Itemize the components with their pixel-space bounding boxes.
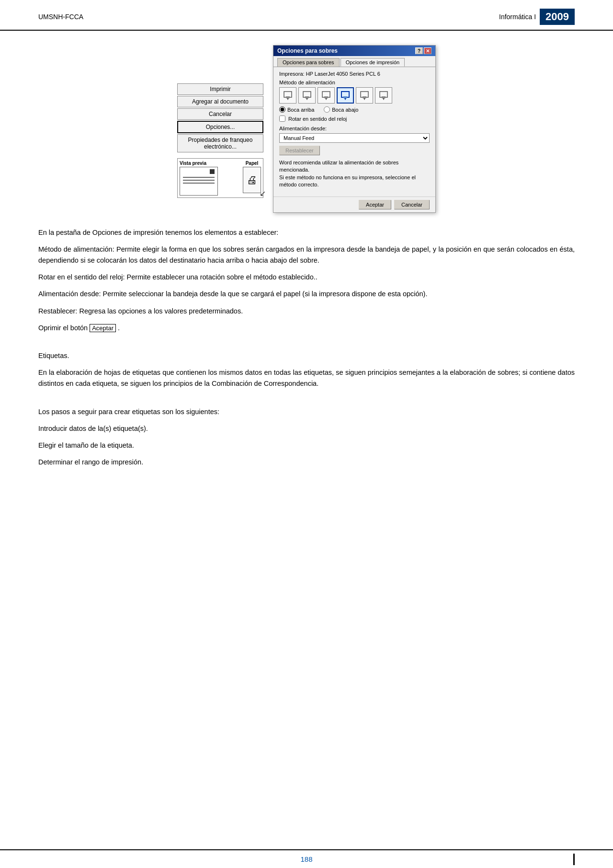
para1: En la pestaña de Opciones de impresión t… bbox=[38, 227, 575, 238]
para11: Determinar el rango de impresión. bbox=[38, 457, 575, 468]
preview-line3 bbox=[183, 183, 215, 184]
close-button[interactable]: ✕ bbox=[424, 47, 431, 54]
preview-section: Vista previa Papel bbox=[177, 158, 263, 198]
cancelar-button[interactable]: Cancelar bbox=[394, 200, 430, 209]
page-number: 188 bbox=[300, 855, 312, 863]
dialog-area: Imprimir Agregar al documento Cancelar O… bbox=[38, 45, 575, 213]
page: UMSNH-FCCA Informática I 2009 Imprimir A… bbox=[0, 0, 613, 868]
svg-marker-5 bbox=[306, 98, 308, 100]
printer-row: Impresora: HP LaserJet 4050 Series PCL 6 bbox=[279, 71, 430, 77]
svg-rect-7 bbox=[324, 96, 328, 98]
preview-line1 bbox=[183, 177, 215, 178]
para5: Restablecer: Regresa las opciones a los … bbox=[38, 306, 575, 317]
feed-icon-5[interactable] bbox=[356, 87, 373, 104]
para6-suffix: . bbox=[118, 324, 120, 332]
paper-wrapper: 🖨 ↙ bbox=[243, 167, 261, 193]
feed-method-label: Método de alimentación bbox=[279, 80, 430, 85]
header-year: 2009 bbox=[540, 9, 575, 25]
svg-rect-4 bbox=[305, 96, 309, 98]
para6-prefix: Oprimir el botón bbox=[38, 324, 88, 332]
para4: Alimentación desde: Permite seleccionar … bbox=[38, 289, 575, 300]
titlebar-controls: ? ✕ bbox=[415, 47, 431, 54]
feed-icon-4[interactable] bbox=[337, 87, 354, 104]
svg-marker-2 bbox=[287, 98, 289, 100]
radio-boca-arriba-label: Boca arriba bbox=[287, 107, 314, 113]
svg-rect-1 bbox=[286, 96, 290, 98]
header-subject: Informática I bbox=[499, 13, 536, 21]
para6: Oprimir el botón Aceptar . bbox=[38, 323, 575, 334]
para8: Los pasos a seguir para crear etiquetas … bbox=[38, 406, 575, 417]
tab-opciones-sobres[interactable]: Opciones para sobres bbox=[277, 58, 340, 67]
feed-icon-6[interactable] bbox=[375, 87, 392, 104]
content-area: Imprimir Agregar al documento Cancelar O… bbox=[0, 45, 613, 468]
info-text-content: Word recomienda utilizar la alimentación… bbox=[279, 160, 416, 187]
agregar-button[interactable]: Agregar al documento bbox=[177, 96, 263, 107]
paper-column: Papel 🖨 ↙ bbox=[243, 161, 261, 196]
feed-from-select[interactable]: Manual Feed bbox=[279, 133, 430, 143]
radio-boca-arriba-input[interactable] bbox=[279, 106, 285, 113]
radio-boca-abajo-label: Boca abajo bbox=[332, 107, 358, 113]
para10: Elegir el tamaño de la etiqueta. bbox=[38, 440, 575, 451]
paper-label: Papel bbox=[246, 161, 259, 166]
preview-lines bbox=[183, 177, 215, 184]
radio-row: Boca arriba Boca abajo bbox=[279, 106, 430, 113]
para7: En la elaboración de hojas de etiquetas … bbox=[38, 367, 575, 389]
feed-icon-1[interactable] bbox=[279, 87, 296, 104]
para2: Método de alimentación: Permite elegir l… bbox=[38, 244, 575, 266]
preview-column: Vista previa bbox=[180, 161, 241, 196]
page-footer: 188 bbox=[0, 849, 613, 868]
dialog-title: Opciones para sobres bbox=[277, 47, 338, 54]
para9: Introducir datos de la(s) etiqueta(s). bbox=[38, 423, 575, 434]
svg-rect-13 bbox=[363, 96, 366, 98]
preview-line2 bbox=[183, 180, 215, 181]
cursor-icon: ↙ bbox=[260, 189, 266, 198]
restablecer-button[interactable]: Restablecer bbox=[279, 146, 320, 155]
dialog-titlebar: Opciones para sobres ? ✕ bbox=[273, 46, 435, 56]
svg-rect-10 bbox=[343, 96, 347, 98]
opciones-button[interactable]: Opciones... bbox=[177, 121, 263, 133]
preview-mark bbox=[210, 169, 215, 174]
text-content: En la pestaña de Opciones de impresión t… bbox=[38, 227, 575, 468]
aceptar-inline-btn: Aceptar bbox=[90, 324, 116, 332]
cancelar-left-button[interactable]: Cancelar bbox=[177, 108, 263, 120]
imprimir-button[interactable]: Imprimir bbox=[177, 83, 263, 95]
svg-marker-14 bbox=[363, 98, 365, 100]
feed-from-dropdown-row: Manual Feed bbox=[279, 133, 430, 143]
svg-marker-17 bbox=[383, 98, 385, 100]
footer-right-bar bbox=[573, 854, 575, 865]
feed-from-label: Alimentación desde: bbox=[279, 126, 430, 131]
restablecer-row: Restablecer bbox=[279, 146, 430, 155]
help-button[interactable]: ? bbox=[415, 47, 423, 54]
radio-boca-arriba[interactable]: Boca arriba bbox=[279, 106, 314, 113]
aceptar-button[interactable]: Aceptar bbox=[359, 200, 391, 209]
svg-marker-11 bbox=[344, 98, 346, 100]
radio-boca-abajo[interactable]: Boca abajo bbox=[324, 106, 358, 113]
para3: Rotar en el sentido del reloj: Permite e… bbox=[38, 272, 575, 283]
opciones-dialog: Opciones para sobres ? ✕ Opciones para s… bbox=[273, 45, 436, 213]
dialog-body: Impresora: HP LaserJet 4050 Series PCL 6… bbox=[273, 67, 435, 197]
rotate-checkbox[interactable] bbox=[279, 116, 285, 122]
feed-icon-3[interactable] bbox=[318, 87, 335, 104]
info-text: Word recomienda utilizar la alimentación… bbox=[279, 159, 430, 189]
header-right: Informática I 2009 bbox=[499, 9, 575, 25]
feed-icons bbox=[279, 87, 430, 104]
paper-icon: 🖨 bbox=[243, 167, 261, 193]
header: UMSNH-FCCA Informática I 2009 bbox=[0, 0, 613, 31]
section-etiquetas: Etiquetas. bbox=[38, 350, 575, 361]
radio-boca-abajo-input[interactable] bbox=[324, 106, 330, 113]
feed-icon-2[interactable] bbox=[298, 87, 316, 104]
tab-opciones-impresion[interactable]: Opciones de impresión bbox=[341, 58, 405, 67]
rotate-label: Rotar en sentido del reloj bbox=[288, 116, 347, 122]
preview-label: Vista previa bbox=[180, 161, 241, 166]
franqueo-button[interactable]: Propiedades de franqueo electrónico... bbox=[177, 134, 263, 152]
header-left: UMSNH-FCCA bbox=[38, 13, 83, 21]
dialog-tabs: Opciones para sobres Opciones de impresi… bbox=[273, 56, 435, 67]
dialog-footer: Aceptar Cancelar bbox=[273, 197, 435, 212]
svg-rect-16 bbox=[382, 96, 386, 98]
left-panel: Imprimir Agregar al documento Cancelar O… bbox=[177, 83, 278, 198]
svg-marker-8 bbox=[325, 98, 327, 100]
checkbox-rotate-row: Rotar en sentido del reloj bbox=[279, 116, 430, 122]
preview-box bbox=[180, 167, 218, 196]
